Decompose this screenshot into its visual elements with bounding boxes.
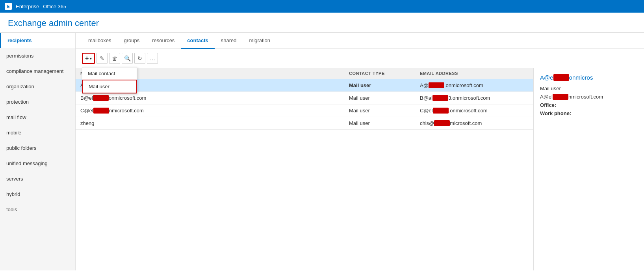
- sidebar-item-compliance-management[interactable]: compliance management: [0, 63, 75, 79]
- add-plus-icon: +: [85, 55, 89, 62]
- detail-type: Mail user: [540, 86, 638, 91]
- more-icon: …: [150, 55, 155, 61]
- cell-name: C@el nmicrosoft.com: [76, 104, 344, 117]
- cell-contact-type: Mail user: [344, 92, 415, 104]
- sidebar-item-mobile[interactable]: mobile: [0, 125, 75, 140]
- sidebar-item-permissions[interactable]: permissions: [0, 48, 75, 63]
- column-header-email: EMAIL ADDRESS: [415, 68, 533, 79]
- detail-panel: A@e onmicros Mail user A@el nmicrosoft.c…: [534, 68, 644, 270]
- search-icon: 🔍: [124, 55, 131, 61]
- dropdown-item-mail-user[interactable]: Mail user: [82, 80, 137, 93]
- cell-email: B@al 3.onmicrosoft.com: [415, 92, 533, 104]
- logo-letter: E: [7, 4, 10, 9]
- tab-resources[interactable]: resources: [146, 33, 181, 49]
- tab-navigation: mailboxes groups resources contacts shar…: [76, 33, 644, 49]
- detail-email: A@el nmicrosoft.com: [540, 94, 638, 100]
- table-row[interactable]: zheng Mail user chis@ microsoft.com: [76, 117, 533, 130]
- cell-email: chis@ microsoft.com: [415, 117, 533, 129]
- tab-shared[interactable]: shared: [215, 33, 243, 49]
- dropdown-item-mail-contact[interactable]: Mail contact: [82, 67, 137, 80]
- sidebar: recipients permissions compliance manage…: [0, 33, 76, 270]
- tab-mailboxes[interactable]: mailboxes: [82, 33, 118, 49]
- table-container: NAME CONTACT TYPE EMAIL ADDRESS A@ .com: [76, 68, 644, 270]
- suite-name: Office 365: [43, 4, 66, 9]
- table-row[interactable]: C@el nmicrosoft.com Mail user C@el .onmi…: [76, 104, 533, 117]
- table-header: NAME CONTACT TYPE EMAIL ADDRESS: [76, 68, 533, 79]
- app-logo: E: [5, 3, 12, 10]
- page-title: Exchange admin center: [8, 18, 636, 28]
- sidebar-item-hybrid[interactable]: hybrid: [0, 186, 75, 202]
- table-row[interactable]: A@ .com Mail user A@ .onmicrosoft.com: [76, 79, 533, 92]
- add-button[interactable]: + ▾: [82, 53, 95, 64]
- table-row[interactable]: B@el onmicrosoft.com Mail user B@al 3.on…: [76, 92, 533, 104]
- cell-contact-type: Mail user: [344, 104, 415, 117]
- sidebar-item-unified-messaging[interactable]: unified messaging: [0, 156, 75, 171]
- content-area: mailboxes groups resources contacts shar…: [76, 33, 644, 270]
- edit-icon: ✎: [100, 55, 104, 61]
- top-bar: E Enterprise Office 365: [0, 0, 644, 13]
- cell-contact-type: Mail user: [344, 79, 415, 91]
- refresh-icon: ↻: [137, 55, 142, 61]
- column-header-contact-type: CONTACT TYPE: [344, 68, 415, 79]
- delete-icon: 🗑: [112, 55, 117, 61]
- add-arrow-icon: ▾: [90, 56, 92, 61]
- detail-title: A@e onmicros: [540, 74, 638, 81]
- sidebar-item-tools[interactable]: tools: [0, 202, 75, 217]
- tab-migration[interactable]: migration: [243, 33, 277, 49]
- sidebar-item-protection[interactable]: protection: [0, 94, 75, 110]
- more-button[interactable]: …: [147, 53, 158, 64]
- search-button[interactable]: 🔍: [122, 53, 133, 64]
- sidebar-item-public-folders[interactable]: public folders: [0, 140, 75, 156]
- sidebar-item-recipients[interactable]: recipients: [0, 33, 75, 48]
- sidebar-item-organization[interactable]: organization: [0, 79, 75, 94]
- sidebar-item-servers[interactable]: servers: [0, 171, 75, 186]
- delete-button[interactable]: 🗑: [109, 53, 120, 64]
- cell-contact-type: Mail user: [344, 117, 415, 129]
- main-layout: recipients permissions compliance manage…: [0, 33, 644, 270]
- sidebar-item-mail-flow[interactable]: mail flow: [0, 110, 75, 125]
- page-title-bar: Exchange admin center: [0, 13, 644, 33]
- cell-email: C@el .onmicrosoft.com: [415, 104, 533, 117]
- cell-email: A@ .onmicrosoft.com: [415, 79, 533, 91]
- tab-contacts[interactable]: contacts: [181, 33, 214, 49]
- edit-button[interactable]: ✎: [97, 53, 108, 64]
- toolbar: + ▾ ✎ 🗑 🔍 ↻ … Mail contact: [76, 49, 644, 68]
- add-dropdown-menu: Mail contact Mail user: [82, 67, 137, 94]
- detail-office: Office:: [540, 102, 638, 108]
- tab-groups[interactable]: groups: [118, 33, 146, 49]
- contacts-table: NAME CONTACT TYPE EMAIL ADDRESS A@ .com: [76, 68, 534, 270]
- detail-work-phone: Work phone:: [540, 110, 638, 116]
- app-name: Enterprise: [16, 4, 39, 9]
- refresh-button[interactable]: ↻: [134, 53, 145, 64]
- cell-name: zheng: [76, 117, 344, 129]
